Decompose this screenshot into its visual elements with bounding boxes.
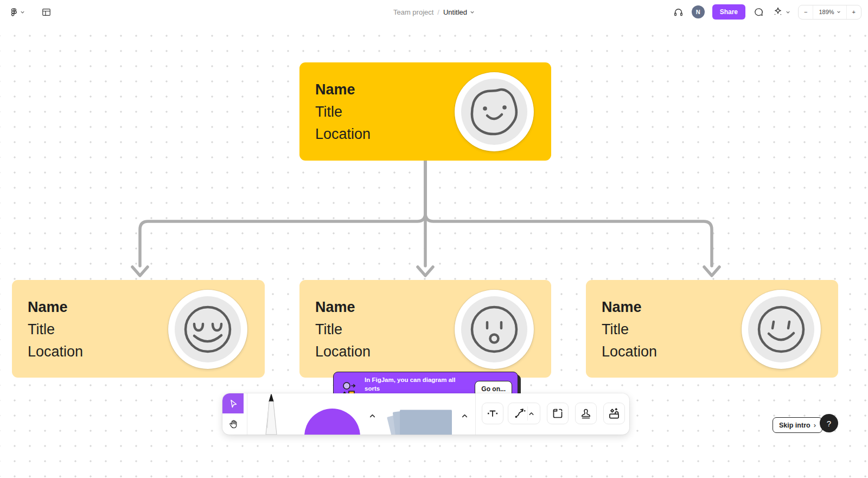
card-name[interactable]: Name <box>28 296 83 318</box>
audio-headphones-button[interactable] <box>673 7 684 18</box>
marker-tool[interactable] <box>259 393 283 435</box>
sticky-picker-expand[interactable] <box>459 411 469 420</box>
zoom-controls: − 189% + <box>798 5 861 20</box>
breadcrumb-separator: / <box>437 8 439 16</box>
share-button[interactable]: Share <box>712 4 745 20</box>
toolbar-divider <box>475 393 476 435</box>
ai-actions-button[interactable] <box>772 6 790 18</box>
org-card-right[interactable]: Name Title Location <box>586 280 838 378</box>
card-name[interactable]: Name <box>315 296 371 318</box>
face-surprised-icon <box>466 301 522 358</box>
toolbar-divider <box>247 393 247 435</box>
section-tool[interactable] <box>547 403 569 424</box>
card-location[interactable]: Location <box>602 341 657 363</box>
tooltip-line1: In FigJam, you can diagram all sorts <box>365 377 455 392</box>
card-text: Name Title Location <box>315 296 371 363</box>
avatar-ring <box>175 296 241 362</box>
zoom-level-menu[interactable]: 189% <box>813 5 846 19</box>
sparkle-icon <box>772 6 784 18</box>
help-button[interactable]: ? <box>820 414 838 432</box>
hand-icon <box>227 418 239 430</box>
face-blob-smile-icon <box>466 84 522 140</box>
card-title[interactable]: Title <box>315 101 371 123</box>
card-title[interactable]: Title <box>602 318 657 341</box>
card-title[interactable]: Title <box>315 318 371 341</box>
top-bar: Team project / Untitled N Share <box>0 0 868 24</box>
avatar-ring <box>461 296 527 362</box>
file-name: Untitled <box>443 8 467 16</box>
text-tool[interactable] <box>482 403 503 424</box>
card-name[interactable]: Name <box>602 296 657 318</box>
hand-tool[interactable] <box>222 413 244 435</box>
connector-icon <box>513 406 527 420</box>
avatar-ring <box>748 296 814 362</box>
org-card-root[interactable]: Name Title Location <box>299 62 551 161</box>
cursor-icon <box>228 398 239 409</box>
library-icon <box>607 406 621 420</box>
chevron-down-icon <box>786 10 790 15</box>
org-card-middle[interactable]: Name Title Location <box>299 280 551 378</box>
card-name[interactable]: Name <box>315 79 371 101</box>
chevron-up-icon <box>368 412 376 420</box>
shape-tool[interactable] <box>304 409 360 435</box>
card-title[interactable]: Title <box>28 318 83 341</box>
chevron-right-icon: › <box>814 421 816 429</box>
card-text: Name Title Location <box>28 296 83 363</box>
connector-tool[interactable] <box>508 403 540 424</box>
section-icon <box>551 407 564 420</box>
chevron-up-icon <box>461 412 469 420</box>
zoom-out-button[interactable]: − <box>799 5 813 19</box>
avatar-ring <box>461 79 527 145</box>
face-closed-eyes-smile-icon <box>180 301 236 358</box>
sticky-note-tool[interactable] <box>388 409 453 435</box>
avatar[interactable] <box>168 290 247 369</box>
card-text: Name Title Location <box>315 79 371 145</box>
sticky-sheet <box>400 410 452 435</box>
shape-picker-expand[interactable] <box>367 411 377 420</box>
org-card-left[interactable]: Name Title Location <box>12 280 265 378</box>
skip-intro-button[interactable]: Skip intro › <box>773 417 822 433</box>
stamp-icon <box>579 407 592 420</box>
skip-intro-label: Skip intro <box>779 422 810 429</box>
avatar[interactable] <box>455 290 534 369</box>
card-location[interactable]: Location <box>28 341 83 363</box>
card-location[interactable]: Location <box>315 123 371 145</box>
stamp-tool[interactable] <box>575 403 597 424</box>
breadcrumb-project[interactable]: Team project <box>393 8 433 16</box>
user-avatar[interactable]: N <box>692 5 705 18</box>
card-location[interactable]: Location <box>315 341 371 363</box>
library-tool[interactable] <box>603 403 625 424</box>
select-tool[interactable] <box>222 393 244 413</box>
chevron-down-icon <box>470 10 475 15</box>
avatar[interactable] <box>455 72 534 151</box>
card-text: Name Title Location <box>602 296 657 363</box>
zoom-in-button[interactable]: + <box>846 5 861 19</box>
zoom-level-value: 189% <box>819 9 834 15</box>
chevron-down-icon <box>837 10 841 14</box>
topbar-right: N Share − 189% + <box>673 0 861 24</box>
avatar[interactable] <box>742 290 821 369</box>
chevron-up-icon[interactable] <box>528 410 535 417</box>
comment-icon[interactable] <box>753 7 764 18</box>
marker-icon <box>259 393 283 435</box>
text-icon <box>486 407 499 420</box>
face-smile-icon <box>753 301 809 358</box>
tool-palette <box>222 393 629 435</box>
file-name-menu[interactable]: Untitled <box>443 8 475 16</box>
